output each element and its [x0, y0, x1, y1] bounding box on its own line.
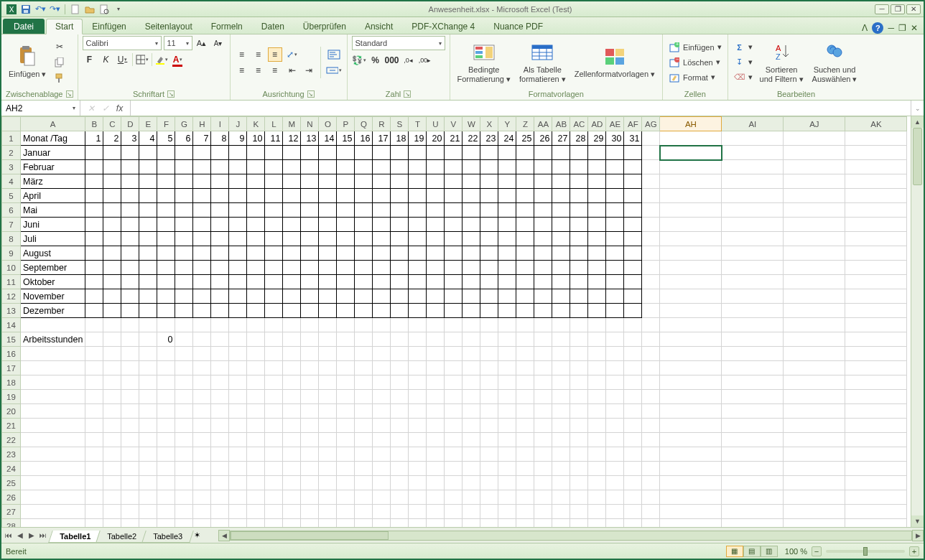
cell-O2[interactable] — [319, 146, 337, 160]
cell-Q16[interactable] — [355, 347, 373, 361]
cell-AK12[interactable] — [845, 289, 907, 304]
cell-O4[interactable] — [319, 174, 337, 189]
cell-E10[interactable] — [139, 261, 157, 275]
cell-AG10[interactable] — [642, 261, 660, 275]
cell-AK15[interactable] — [845, 332, 907, 347]
cell-R10[interactable] — [373, 261, 391, 275]
cell-F1[interactable]: 5 — [157, 131, 175, 146]
cell-V18[interactable] — [445, 375, 462, 390]
cell-J7[interactable] — [229, 218, 247, 232]
cell-F10[interactable] — [157, 261, 175, 275]
cell-D6[interactable] — [121, 203, 139, 218]
cell-L16[interactable] — [265, 347, 283, 361]
cell-X3[interactable] — [480, 160, 498, 174]
cell-AG6[interactable] — [642, 203, 660, 218]
cell-AE7[interactable] — [606, 218, 624, 232]
cell-AF16[interactable] — [624, 347, 642, 361]
cell-O20[interactable] — [319, 404, 337, 419]
cell-AD6[interactable] — [588, 203, 606, 218]
cell-M8[interactable] — [283, 232, 301, 246]
cell-A23[interactable] — [21, 447, 85, 462]
workbook-restore-icon[interactable]: ❐ — [898, 23, 906, 33]
cell-N20[interactable] — [301, 404, 319, 419]
cell-AC13[interactable] — [570, 304, 588, 318]
cell-T26[interactable] — [409, 490, 427, 505]
cell-B13[interactable] — [85, 304, 103, 318]
col-header-H[interactable]: H — [193, 117, 211, 131]
cell-AK10[interactable] — [845, 261, 907, 275]
cell-Q7[interactable] — [355, 218, 373, 232]
cell-AE9[interactable] — [606, 246, 624, 261]
cell-AG23[interactable] — [642, 447, 660, 462]
tab-nuance-pdf[interactable]: Nuance PDF — [484, 19, 552, 34]
cell-K28[interactable] — [247, 519, 265, 528]
cell-AH22[interactable] — [660, 433, 722, 447]
cell-D20[interactable] — [121, 404, 139, 419]
cell-J20[interactable] — [229, 404, 247, 419]
cell-X26[interactable] — [480, 490, 498, 505]
cell-S6[interactable] — [391, 203, 409, 218]
cell-F19[interactable] — [157, 390, 175, 404]
cell-L14[interactable] — [265, 318, 283, 332]
cell-W2[interactable] — [462, 146, 480, 160]
cell-AJ6[interactable] — [784, 203, 845, 218]
cell-C15[interactable] — [103, 332, 121, 347]
cell-T25[interactable] — [409, 476, 427, 490]
cell-W6[interactable] — [462, 203, 480, 218]
cell-AA24[interactable] — [534, 462, 552, 476]
cell-O8[interactable] — [319, 232, 337, 246]
cell-N22[interactable] — [301, 433, 319, 447]
cell-U23[interactable] — [427, 447, 445, 462]
formula-input[interactable] — [131, 101, 911, 116]
cell-D23[interactable] — [121, 447, 139, 462]
cell-E28[interactable] — [139, 519, 157, 528]
cell-Y15[interactable] — [498, 332, 516, 347]
cell-G24[interactable] — [175, 462, 193, 476]
cell-AC19[interactable] — [570, 390, 588, 404]
cell-H18[interactable] — [193, 375, 211, 390]
cell-C5[interactable] — [103, 189, 121, 203]
cell-Y24[interactable] — [498, 462, 516, 476]
cell-U8[interactable] — [427, 232, 445, 246]
cell-R9[interactable] — [373, 246, 391, 261]
cell-AB2[interactable] — [552, 146, 570, 160]
cell-G20[interactable] — [175, 404, 193, 419]
cell-AF2[interactable] — [624, 146, 642, 160]
cell-M25[interactable] — [283, 476, 301, 490]
cell-Z16[interactable] — [516, 347, 534, 361]
cell-AC15[interactable] — [570, 332, 588, 347]
cell-Q19[interactable] — [355, 390, 373, 404]
cell-L10[interactable] — [265, 261, 283, 275]
cell-AD17[interactable] — [588, 361, 606, 375]
cell-J21[interactable] — [229, 419, 247, 433]
cell-A4[interactable]: März — [21, 174, 85, 189]
cell-AD11[interactable] — [588, 275, 606, 289]
cell-H14[interactable] — [193, 318, 211, 332]
cell-C20[interactable] — [103, 404, 121, 419]
cell-AF21[interactable] — [624, 419, 642, 433]
cell-K2[interactable] — [247, 146, 265, 160]
cell-R27[interactable] — [373, 505, 391, 519]
cell-L12[interactable] — [265, 289, 283, 304]
cell-I5[interactable] — [211, 189, 229, 203]
tab-pdf-xchange-4[interactable]: PDF-XChange 4 — [402, 19, 484, 34]
cell-K1[interactable]: 10 — [247, 131, 265, 146]
cell-AB18[interactable] — [552, 375, 570, 390]
cell-M16[interactable] — [283, 347, 301, 361]
cell-AF27[interactable] — [624, 505, 642, 519]
cell-V25[interactable] — [445, 476, 462, 490]
cell-F5[interactable] — [157, 189, 175, 203]
cell-AG13[interactable] — [642, 304, 660, 318]
cell-W7[interactable] — [462, 218, 480, 232]
cell-E7[interactable] — [139, 218, 157, 232]
cell-L3[interactable] — [265, 160, 283, 174]
cell-Y11[interactable] — [498, 275, 516, 289]
scroll-right-icon[interactable]: ▶ — [912, 530, 924, 541]
cell-AJ27[interactable] — [784, 505, 845, 519]
scroll-down-icon[interactable]: ▼ — [911, 515, 924, 527]
cell-A22[interactable] — [21, 433, 85, 447]
close-button[interactable]: ✕ — [906, 4, 921, 14]
cell-T24[interactable] — [409, 462, 427, 476]
cell-AE28[interactable] — [606, 519, 624, 528]
cell-W8[interactable] — [462, 232, 480, 246]
